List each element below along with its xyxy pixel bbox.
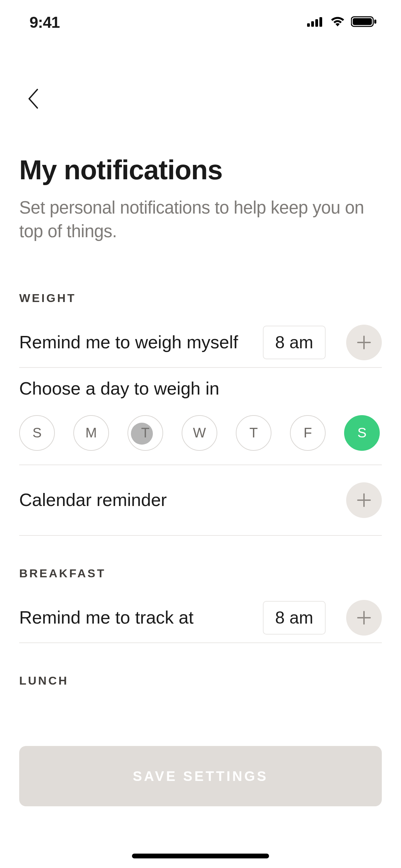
chevron-left-icon bbox=[27, 88, 39, 111]
svg-rect-1 bbox=[311, 21, 314, 27]
day-sun[interactable]: S bbox=[19, 415, 55, 451]
weigh-day-label: Choose a day to weigh in bbox=[19, 378, 382, 399]
breakfast-remind-time[interactable]: 8 am bbox=[263, 601, 326, 635]
day-thu[interactable]: T bbox=[236, 415, 271, 451]
day-abbr: S bbox=[357, 425, 367, 441]
day-row: S M T W T F S bbox=[19, 415, 382, 451]
weight-remind-time[interactable]: 8 am bbox=[263, 326, 326, 359]
day-mon[interactable]: M bbox=[73, 415, 109, 451]
weight-remind-row: Remind me to weigh myself 8 am bbox=[19, 318, 382, 368]
section-header-weight: WEIGHT bbox=[19, 291, 382, 305]
back-button[interactable] bbox=[19, 86, 47, 113]
section-header-breakfast: BREAKFAST bbox=[19, 567, 382, 580]
svg-rect-6 bbox=[374, 20, 376, 24]
day-wed[interactable]: W bbox=[182, 415, 217, 451]
status-bar: 9:41 bbox=[0, 0, 401, 45]
touch-ripple bbox=[131, 423, 153, 445]
calendar-reminder-add-button[interactable] bbox=[346, 482, 382, 518]
breakfast-remind-add-button[interactable] bbox=[346, 600, 382, 636]
svg-rect-3 bbox=[319, 17, 322, 27]
svg-rect-2 bbox=[315, 19, 318, 27]
svg-rect-5 bbox=[353, 18, 372, 25]
plus-icon bbox=[356, 335, 372, 350]
svg-rect-0 bbox=[307, 23, 310, 27]
day-abbr: F bbox=[304, 425, 312, 441]
weight-remind-label: Remind me to weigh myself bbox=[19, 331, 263, 354]
day-abbr: W bbox=[193, 425, 206, 441]
day-sat[interactable]: S bbox=[344, 415, 380, 451]
battery-icon bbox=[351, 16, 377, 29]
status-icons bbox=[307, 16, 377, 29]
day-abbr: T bbox=[250, 425, 258, 441]
plus-icon bbox=[356, 493, 372, 508]
save-bar: SAVE SETTINGS bbox=[19, 746, 382, 806]
wifi-icon bbox=[330, 16, 345, 28]
calendar-reminder-row: Calendar reminder bbox=[19, 465, 382, 536]
plus-icon bbox=[356, 610, 372, 625]
day-abbr: M bbox=[85, 425, 97, 441]
status-time: 9:41 bbox=[29, 13, 60, 32]
save-settings-button[interactable]: SAVE SETTINGS bbox=[19, 746, 382, 806]
page-title: My notifications bbox=[19, 154, 382, 186]
section-header-lunch: LUNCH bbox=[19, 674, 382, 687]
home-indicator[interactable] bbox=[132, 854, 269, 858]
save-settings-label: SAVE SETTINGS bbox=[133, 769, 268, 784]
weight-remind-add-button[interactable] bbox=[346, 325, 382, 360]
day-tue[interactable]: T bbox=[127, 415, 163, 451]
calendar-reminder-label: Calendar reminder bbox=[19, 489, 346, 512]
page-subtitle: Set personal notifications to help keep … bbox=[19, 196, 382, 243]
breakfast-remind-label: Remind me to track at bbox=[19, 606, 263, 629]
cellular-icon bbox=[307, 16, 324, 28]
breakfast-remind-row: Remind me to track at 8 am bbox=[19, 593, 382, 643]
day-fri[interactable]: F bbox=[290, 415, 326, 451]
weigh-day-block: Choose a day to weigh in S M T W T F S bbox=[19, 368, 382, 465]
day-abbr: S bbox=[33, 425, 42, 441]
